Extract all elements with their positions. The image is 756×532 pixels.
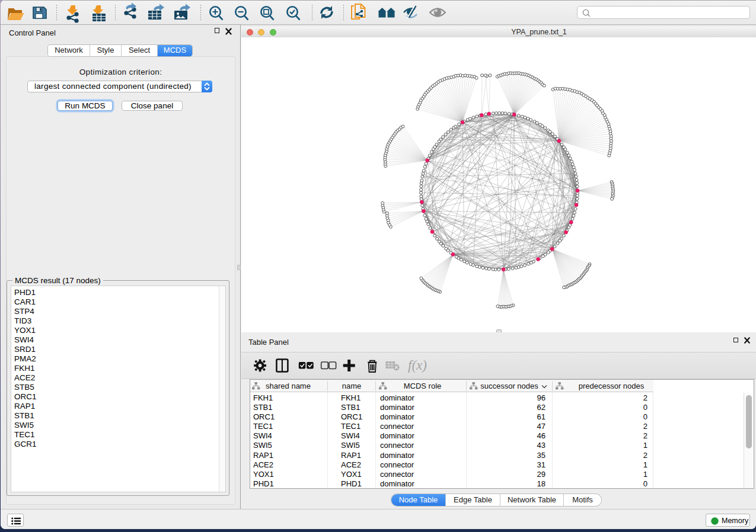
svg-text:f(x): f(x) bbox=[408, 358, 427, 373]
